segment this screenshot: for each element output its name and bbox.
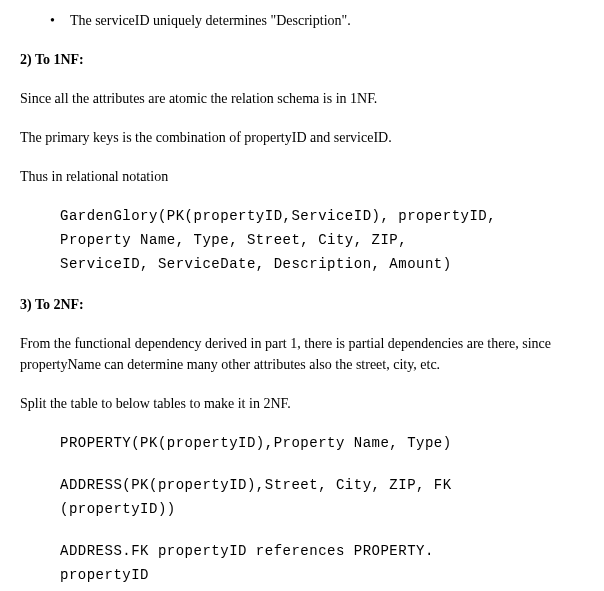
code-line: ADDRESS.FK propertyID references PROPERT… — [60, 540, 584, 564]
code-block-address: ADDRESS(PK(propertyID),Street, City, ZIP… — [60, 474, 584, 522]
bullet-text: The serviceID uniquely determines "Descr… — [70, 10, 351, 31]
code-block-property: PROPERTY(PK(propertyID),Property Name, T… — [60, 432, 584, 456]
code-line: PROPERTY(PK(propertyID),Property Name, T… — [60, 432, 584, 456]
code-line: propertyID — [60, 564, 584, 588]
code-line: (propertyID)) — [60, 498, 584, 522]
paragraph: Since all the attributes are atomic the … — [20, 88, 584, 109]
code-block-gardenglory: GardenGlory(PK(propertyID,ServiceID), pr… — [60, 205, 584, 276]
code-line: ServiceID, ServiceDate, Description, Amo… — [60, 253, 584, 277]
paragraph: The primary keys is the combination of p… — [20, 127, 584, 148]
paragraph: From the functional dependency derived i… — [20, 333, 584, 375]
paragraph: Thus in relational notation — [20, 166, 584, 187]
code-line: GardenGlory(PK(propertyID,ServiceID), pr… — [60, 205, 584, 229]
code-block-address-fk: ADDRESS.FK propertyID references PROPERT… — [60, 540, 584, 588]
heading-2nf: 3) To 2NF: — [20, 294, 584, 315]
bullet-item: • The serviceID uniquely determines "Des… — [50, 10, 584, 31]
paragraph: Split the table to below tables to make … — [20, 393, 584, 414]
heading-1nf: 2) To 1NF: — [20, 49, 584, 70]
code-line: Property Name, Type, Street, City, ZIP, — [60, 229, 584, 253]
bullet-marker: • — [50, 10, 55, 31]
code-line: ADDRESS(PK(propertyID),Street, City, ZIP… — [60, 474, 584, 498]
